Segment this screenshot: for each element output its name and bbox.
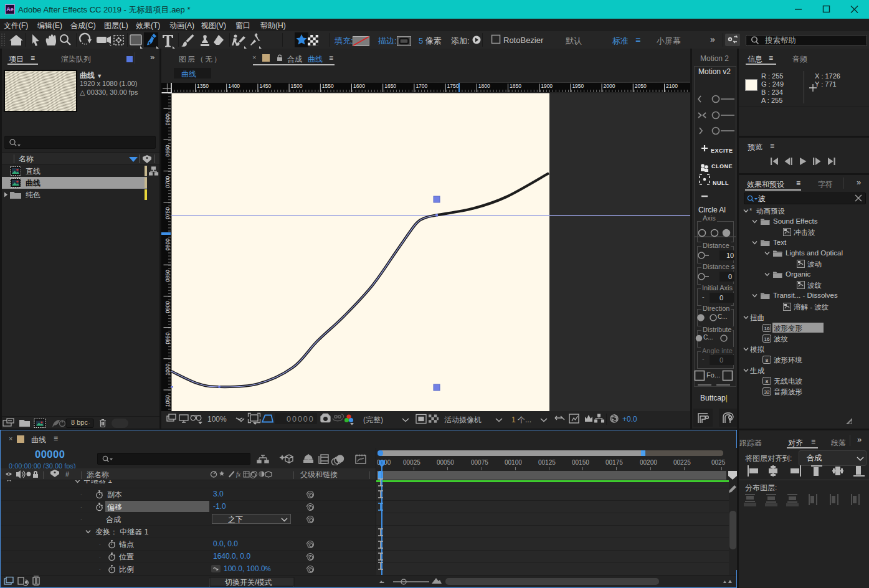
svg-text:1400: 1400 bbox=[228, 83, 240, 89]
svg-text:fx: fx bbox=[236, 471, 241, 478]
svg-text:1050: 1050 bbox=[164, 395, 171, 407]
svg-text:0700: 0700 bbox=[164, 176, 171, 187]
svg-text:0650: 0650 bbox=[164, 145, 171, 156]
svg-text:1700: 1700 bbox=[416, 83, 427, 89]
svg-text:0800: 0800 bbox=[164, 239, 171, 250]
svg-text:8: 8 bbox=[766, 379, 769, 384]
svg-text:0900: 0900 bbox=[164, 301, 171, 313]
svg-text:8: 8 bbox=[766, 358, 769, 363]
svg-text:1000: 1000 bbox=[164, 364, 171, 376]
svg-text:2100: 2100 bbox=[666, 83, 678, 89]
svg-text:0850: 0850 bbox=[164, 270, 171, 282]
svg-text:16: 16 bbox=[764, 336, 770, 342]
svg-text:1650: 1650 bbox=[384, 83, 396, 89]
svg-text:0750: 0750 bbox=[164, 207, 171, 219]
svg-text:0950: 0950 bbox=[164, 332, 171, 344]
svg-text:1950: 1950 bbox=[572, 83, 584, 89]
svg-text:16: 16 bbox=[764, 326, 770, 331]
svg-text:1600: 1600 bbox=[353, 83, 365, 89]
svg-text:2050: 2050 bbox=[635, 83, 647, 89]
svg-text:1550: 1550 bbox=[322, 83, 334, 89]
svg-text:#: # bbox=[65, 470, 70, 478]
svg-text:0600: 0600 bbox=[164, 113, 171, 125]
svg-text:1900: 1900 bbox=[541, 83, 553, 89]
svg-text:1800: 1800 bbox=[478, 83, 490, 89]
svg-text:32: 32 bbox=[764, 389, 770, 395]
svg-text:1850: 1850 bbox=[510, 83, 521, 89]
svg-text:2000: 2000 bbox=[604, 83, 615, 89]
svg-text:1350: 1350 bbox=[197, 83, 209, 89]
svg-text:1750: 1750 bbox=[447, 83, 459, 89]
svg-text:1500: 1500 bbox=[291, 83, 303, 89]
svg-text:1450: 1450 bbox=[259, 83, 271, 89]
